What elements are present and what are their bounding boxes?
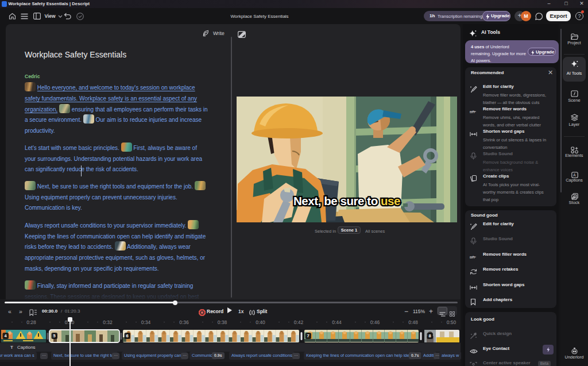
svg-text:8: 8 [429,333,431,338]
svg-text:7: 7 [307,333,310,338]
svg-text:Next, be sure to use: Next, be sure to use [293,195,400,207]
svg-text:6: 6 [126,333,129,338]
svg-text:5: 5 [53,333,56,338]
svg-text:A: A [573,173,576,177]
